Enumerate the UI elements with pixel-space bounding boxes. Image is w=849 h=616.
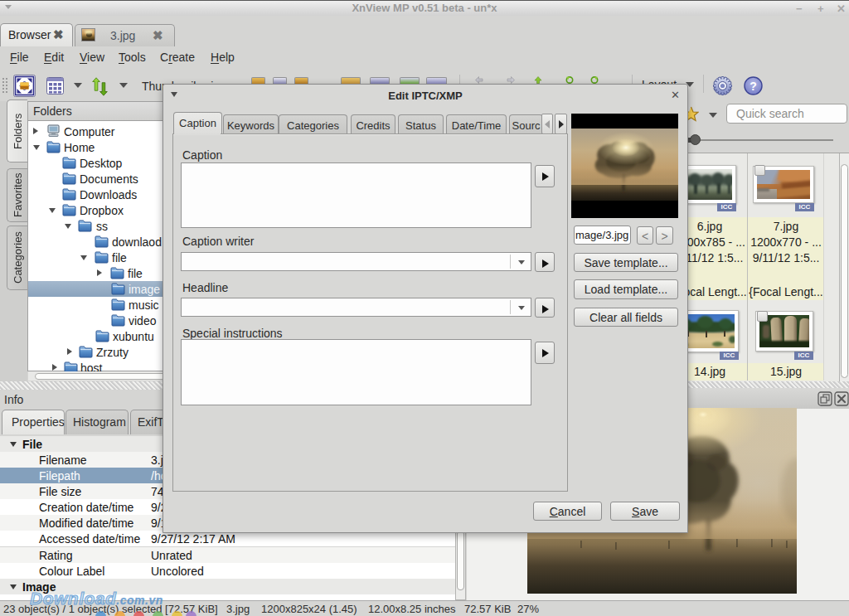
svg-text:?: ? [750,80,757,93]
